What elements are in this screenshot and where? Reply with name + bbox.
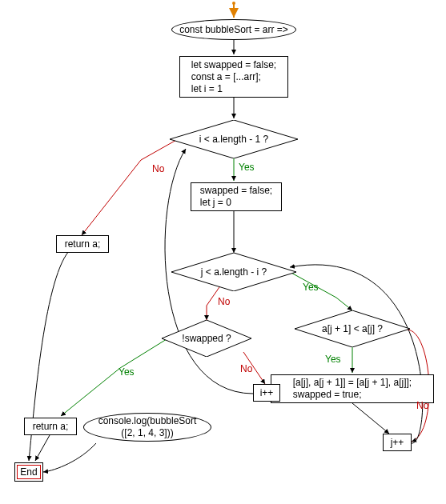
- i-increment-node: i++: [253, 384, 280, 402]
- flowchart-canvas: const bubbleSort = arr => let swapped = …: [0, 0, 446, 504]
- svg-line-9: [35, 435, 50, 461]
- compare-node: a[j + 1] < a[j] ?: [295, 310, 410, 347]
- console-log-node: console.log(bubbleSort ([2, 1, 4, 3])): [83, 413, 211, 442]
- swapped-condition-node: !swapped ?: [162, 320, 251, 357]
- svg-point-1: [232, 2, 235, 5]
- init-node: let swapped = false; const a = [...arr];…: [179, 56, 288, 98]
- edge-label-no: No: [416, 400, 428, 411]
- svg-line-7: [352, 403, 389, 434]
- edge-label-no: No: [240, 363, 252, 374]
- outer-body-node: swapped = false; let j = 0: [191, 182, 282, 211]
- edge-label-yes: Yes: [325, 354, 341, 365]
- start-node: const bubbleSort = arr =>: [171, 19, 296, 40]
- outer-condition-label: i < a.length - 1 ?: [199, 134, 268, 145]
- return-a-inner-node: return a;: [24, 418, 77, 435]
- compare-label: a[j + 1] < a[j] ?: [322, 323, 383, 334]
- i-increment-label: i++: [260, 387, 274, 398]
- start-node-label: const bubbleSort = arr =>: [179, 24, 288, 35]
- j-increment-node: j++: [383, 434, 412, 451]
- edge-label-no: No: [152, 163, 164, 174]
- edge-label-yes: Yes: [303, 282, 319, 293]
- outer-condition-node: i < a.length - 1 ?: [170, 120, 298, 158]
- inner-condition-label: j < a.length - i ?: [201, 266, 267, 278]
- end-node: End: [14, 462, 43, 482]
- j-increment-label: j++: [391, 437, 404, 448]
- swapped-condition-label: !swapped ?: [182, 333, 231, 344]
- return-a-outer-label: return a;: [65, 238, 101, 250]
- return-a-inner-label: return a;: [33, 421, 69, 432]
- return-a-outer-node: return a;: [56, 235, 109, 253]
- swap-node: [a[j], a[j + 1]] = [a[j + 1], a[j]]; swa…: [271, 374, 434, 403]
- end-node-label: End: [20, 466, 37, 478]
- inner-condition-node: j < a.length - i ?: [171, 253, 296, 291]
- edge-label-yes: Yes: [119, 366, 135, 378]
- edge-label-no: No: [218, 296, 230, 307]
- edge-label-yes: Yes: [239, 162, 255, 173]
